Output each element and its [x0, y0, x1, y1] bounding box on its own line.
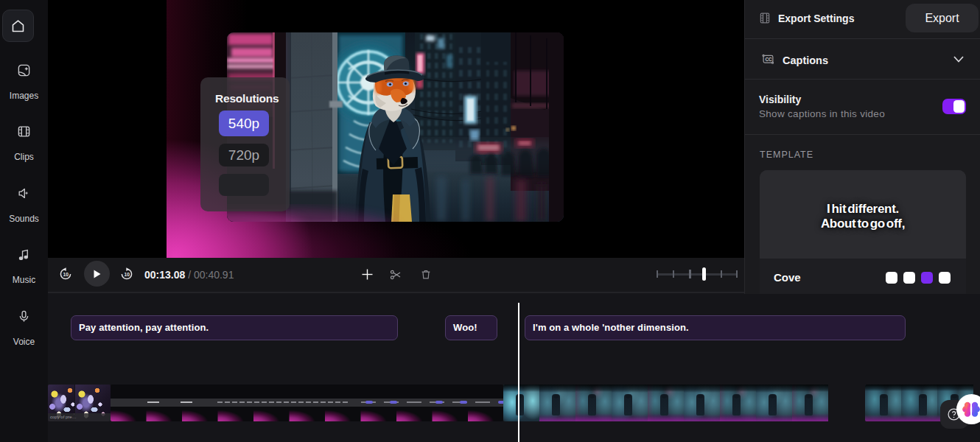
- svg-text:CC: CC: [765, 57, 772, 62]
- svg-text:10: 10: [125, 272, 130, 277]
- svg-text:10: 10: [63, 272, 69, 277]
